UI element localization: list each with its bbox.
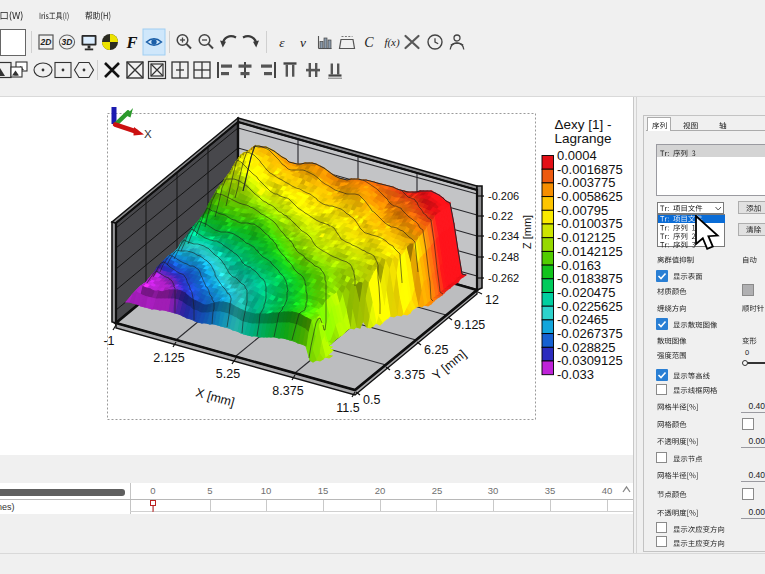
svg-text:3D: 3D bbox=[62, 37, 73, 47]
svg-text:2D: 2D bbox=[40, 37, 52, 47]
svg-text:-1: -1 bbox=[103, 334, 114, 348]
svg-text:8.375: 8.375 bbox=[272, 384, 303, 398]
svg-text:f(x): f(x) bbox=[384, 36, 400, 49]
svg-text:-0.248: -0.248 bbox=[488, 251, 519, 263]
svg-text:-0.206: -0.206 bbox=[488, 190, 519, 202]
svg-text:9.125: 9.125 bbox=[454, 318, 485, 332]
svg-text:11.5: 11.5 bbox=[336, 401, 359, 415]
svg-text:-0.033: -0.033 bbox=[557, 367, 594, 382]
svg-text:0.5: 0.5 bbox=[363, 393, 380, 407]
svg-text:Lagrange: Lagrange bbox=[554, 131, 611, 146]
svg-text:2.125: 2.125 bbox=[153, 351, 184, 365]
svg-text:12: 12 bbox=[485, 293, 499, 307]
svg-text:X [mm]: X [mm] bbox=[194, 385, 236, 409]
svg-text:-0.234: -0.234 bbox=[488, 230, 519, 242]
svg-text:5.25: 5.25 bbox=[216, 367, 240, 381]
svg-text:ν: ν bbox=[300, 35, 306, 50]
svg-text:F: F bbox=[125, 33, 137, 52]
svg-text:-0.262: -0.262 bbox=[488, 272, 519, 284]
svg-text:ε: ε bbox=[279, 35, 285, 50]
svg-text:Z [mm]: Z [mm] bbox=[521, 215, 533, 249]
svg-text:X: X bbox=[144, 128, 152, 140]
svg-text:C: C bbox=[364, 35, 374, 50]
svg-text:-0.22: -0.22 bbox=[488, 210, 513, 222]
svg-text:6.25: 6.25 bbox=[424, 343, 448, 357]
svg-text:Δexy [1] -: Δexy [1] - bbox=[554, 117, 611, 132]
svg-text:3.375: 3.375 bbox=[394, 368, 425, 382]
